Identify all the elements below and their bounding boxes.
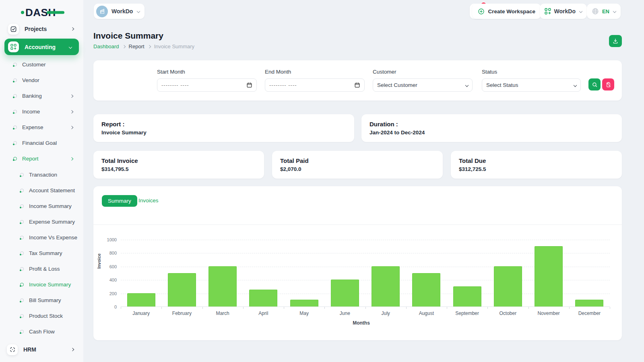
end-month-field[interactable] xyxy=(269,82,354,88)
sidebar-item-income-vs-expense[interactable]: Income Vs Expense xyxy=(0,230,83,245)
bullet-icon xyxy=(20,236,24,239)
bar-august[interactable] xyxy=(412,273,440,307)
sidebar-item-hrm[interactable]: HRM xyxy=(0,341,83,358)
sidebar-item-expense-summary[interactable]: Expense Summary xyxy=(0,214,83,230)
bullet-icon xyxy=(13,94,17,98)
bullet-icon xyxy=(20,267,24,271)
status-selected-value: Select Status xyxy=(486,82,518,88)
sidebar-item-label: Cash Flow xyxy=(29,329,55,335)
sidebar-item-label: Profit & Loss xyxy=(29,266,60,272)
bar-july[interactable] xyxy=(372,266,400,306)
breadcrumb-dashboard[interactable]: Dashboard xyxy=(93,43,119,49)
workdo-menu-label: WorkDo xyxy=(554,8,576,14)
bullet-icon xyxy=(13,78,17,82)
sidebar-item-banking[interactable]: Banking xyxy=(0,88,83,104)
bar-december[interactable] xyxy=(575,300,603,306)
sidebar-item-invoice-summary[interactable]: Invoice Summary xyxy=(0,277,83,292)
bar-april[interactable] xyxy=(249,290,277,306)
sidebar-item-customer[interactable]: Customer xyxy=(0,57,83,72)
chevron-right-icon xyxy=(122,45,125,48)
sidebar-item-tax-summary[interactable]: Tax Summary xyxy=(0,245,83,261)
bar-november[interactable] xyxy=(535,246,563,306)
bar-may[interactable] xyxy=(290,300,318,306)
sidebar-item-report[interactable]: Report xyxy=(0,151,83,167)
tab-invoices[interactable]: Invoices xyxy=(138,197,159,204)
sidebar-item-financial-goal[interactable]: Financial Goal xyxy=(0,135,83,151)
brand-logo[interactable]: DASH xyxy=(21,5,65,20)
sidebar-item-bill-summary[interactable]: Bill Summary xyxy=(0,292,83,308)
sidebar-item-transaction[interactable]: Transaction xyxy=(0,167,83,183)
workspace-selector[interactable]: WorkDo xyxy=(94,4,144,19)
chevron-down-icon xyxy=(613,10,616,13)
sidebar-item-label: Vendor xyxy=(22,77,39,83)
sidebar-item-label: Transaction xyxy=(29,172,57,178)
sidebar-item-label: Invoice Summary xyxy=(29,282,71,288)
sidebar-item-account-statement[interactable]: Account Statement xyxy=(0,183,83,198)
x-axis-tick-label: March xyxy=(216,311,229,316)
plus-circle-icon xyxy=(478,8,485,15)
download-button[interactable] xyxy=(609,35,622,47)
bar-march[interactable] xyxy=(208,266,237,306)
tab-summary[interactable]: Summary xyxy=(102,195,137,207)
sidebar-item-cash-flow[interactable]: Cash Flow xyxy=(0,324,83,339)
bar-chart-plot: 02004006008001000JanuaryFebruaryMarchApr… xyxy=(121,240,610,307)
sidebar-item-label: HRM xyxy=(23,346,36,353)
start-month-field[interactable] xyxy=(161,82,246,88)
chevron-right-icon xyxy=(70,94,73,97)
total-invoice-card: Total Invoice $314,795.5 xyxy=(93,151,264,179)
breadcrumb-report[interactable]: Report xyxy=(129,43,144,49)
status-label: Status xyxy=(482,69,497,75)
calendar-icon[interactable] xyxy=(354,82,360,88)
globe-icon xyxy=(592,8,599,15)
x-axis-tick-label: October xyxy=(500,311,517,316)
axis-tick-mark xyxy=(284,307,284,309)
end-month-input[interactable] xyxy=(265,78,365,92)
sidebar-item-label: Bill Summary xyxy=(29,297,61,303)
x-axis-tick-label: February xyxy=(172,311,192,316)
stat-value: $314,795.5 xyxy=(101,166,129,172)
axis-tick-mark xyxy=(365,307,366,309)
customer-select[interactable]: Select Customer xyxy=(373,78,473,92)
apply-filter-button[interactable] xyxy=(588,78,601,90)
sidebar-item-label: Expense xyxy=(22,124,43,130)
workdo-menu-button[interactable]: WorkDo xyxy=(540,4,587,19)
chevron-down-icon xyxy=(574,83,577,86)
sidebar-item-expense[interactable]: Expense xyxy=(0,119,83,135)
report-info-card: Report : Invoice Summary xyxy=(93,114,354,142)
x-axis-tick-label: May xyxy=(299,311,309,316)
language-selector[interactable]: EN xyxy=(587,4,621,19)
workspace-avatar xyxy=(96,6,108,17)
axis-tick-mark xyxy=(569,307,570,309)
status-select[interactable]: Select Status xyxy=(482,78,581,92)
chart-card: Summary Invoices Invoice 020040060080010… xyxy=(93,186,622,340)
bar-january[interactable] xyxy=(127,293,155,306)
sidebar-item-projects[interactable]: Projects xyxy=(0,23,83,35)
customer-label: Customer xyxy=(373,69,396,75)
bar-september[interactable] xyxy=(453,286,481,306)
x-axis-tick-label: July xyxy=(381,311,390,316)
sidebar-item-income[interactable]: Income xyxy=(0,104,83,119)
sidebar-item-profit-loss[interactable]: Profit & Loss xyxy=(0,261,83,277)
sidebar-item-income-summary[interactable]: Income Summary xyxy=(0,198,83,214)
duration-card-value: Jan-2024 to Dec-2024 xyxy=(369,130,425,136)
create-workspace-button[interactable]: Create Workspace xyxy=(472,4,541,19)
reset-filter-button[interactable] xyxy=(602,78,614,90)
stat-label: Total Due xyxy=(459,157,486,164)
stat-label: Total Paid xyxy=(280,157,309,164)
sidebar-item-accounting[interactable]: Accounting xyxy=(4,39,79,55)
axis-tick-mark xyxy=(324,307,325,309)
sidebar-item-product-stock[interactable]: Product Stock xyxy=(0,308,83,324)
bullet-icon xyxy=(20,314,24,318)
bar-october[interactable] xyxy=(494,266,522,306)
bar-february[interactable] xyxy=(168,273,196,307)
x-axis-tick-label: January xyxy=(132,311,150,316)
chevron-down-icon xyxy=(465,83,469,86)
chart-x-axis-title: Months xyxy=(117,320,606,326)
start-month-input[interactable] xyxy=(157,78,257,92)
bullet-icon xyxy=(13,110,17,113)
bullet-icon xyxy=(20,220,24,224)
bar-june[interactable] xyxy=(331,280,359,306)
sidebar-item-vendor[interactable]: Vendor xyxy=(0,72,83,88)
axis-tick-mark xyxy=(121,307,121,309)
calendar-icon[interactable] xyxy=(246,82,252,88)
